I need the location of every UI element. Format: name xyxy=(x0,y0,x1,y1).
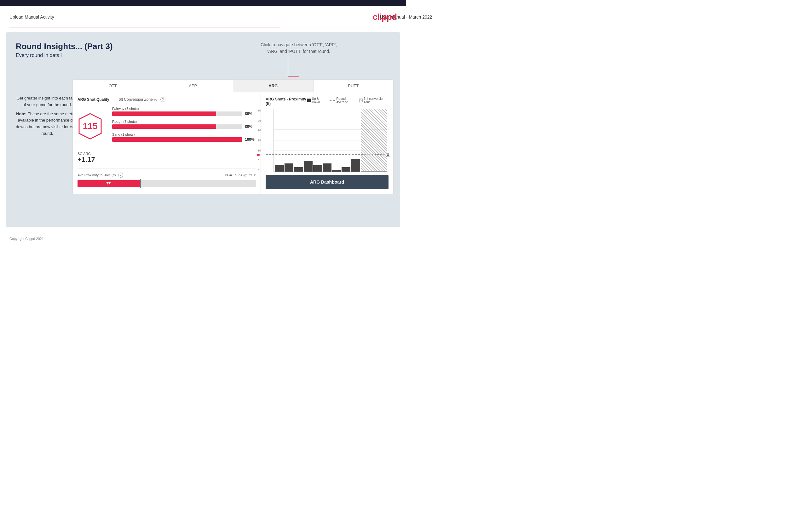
hex-container: 115 Fairway (5 shots) 80% xyxy=(78,107,256,146)
bar-4 xyxy=(304,161,313,172)
bar-1 xyxy=(275,165,284,172)
proximity-bar: 77' xyxy=(78,180,256,187)
hexagon: 115 xyxy=(78,112,103,140)
bar-group-4 xyxy=(304,109,313,172)
help-icon[interactable]: ? xyxy=(160,97,165,102)
bar-7 xyxy=(332,170,341,172)
bar-group-5 xyxy=(313,109,322,172)
shot-label-sand: Sand (1 shots) xyxy=(112,132,256,136)
shot-row-rough: Rough (5 shots) 80% xyxy=(112,120,256,129)
footer: Copyright Clippd 2021 xyxy=(0,232,406,245)
dashed-dot xyxy=(257,154,260,156)
legend-conversion: 6 ft conversion zone xyxy=(359,97,389,104)
header-divider xyxy=(9,27,397,27)
sidebar-text: Get greater insight into each facet of y… xyxy=(16,95,79,137)
bar-group-1 xyxy=(275,109,284,172)
legend-label-round-avg: Round Average xyxy=(336,97,355,104)
sg-value: +1.17 xyxy=(78,156,256,164)
user-manual-date: User Manual - March 2022 xyxy=(380,14,406,19)
nav-hint: Click to navigate between 'OTT', 'APP', … xyxy=(261,42,337,55)
tab-app[interactable]: APP xyxy=(153,80,234,92)
bar-group-8 xyxy=(342,109,350,172)
panel-header: ARG Shot Quality 6ft Conversion Zone % ? xyxy=(78,97,256,102)
shot-row-fairway: Fairway (5 shots) 80% xyxy=(112,107,256,116)
bar-sand xyxy=(112,137,242,142)
top-bar xyxy=(0,0,406,6)
sg-label: SG ARG xyxy=(78,152,256,156)
proximity-cursor xyxy=(140,179,141,188)
bar-group-2 xyxy=(285,109,293,172)
bar-fairway xyxy=(112,111,242,116)
tab-arg[interactable]: ARG xyxy=(233,80,313,92)
legend-label-conversion: 6 ft conversion zone xyxy=(364,97,389,104)
legend-box-solid xyxy=(307,99,311,102)
legend-dashed-line xyxy=(329,100,335,101)
proximity-bar-fill: 77' xyxy=(78,180,140,187)
proximity-value: 77' xyxy=(104,182,114,185)
y-axis: 0 5 10 15 20 25 30 xyxy=(258,109,261,172)
shot-quality: Fairway (5 shots) 80% Rough (5 shots) xyxy=(112,107,256,146)
pct-fairway: 80% xyxy=(245,111,256,116)
bar-8 xyxy=(342,167,350,172)
right-panel: ARG Shots - Proximity (ft) Up & Down Rou… xyxy=(261,92,393,194)
legend-up-down: Up & Down xyxy=(307,97,326,104)
right-panel-header: ARG Shots - Proximity (ft) Up & Down Rou… xyxy=(266,97,389,106)
bar-2 xyxy=(285,163,293,172)
proximity-help-icon[interactable]: ? xyxy=(118,173,123,178)
pct-rough: 80% xyxy=(245,124,256,129)
chart-area: 8 xyxy=(273,109,389,172)
bar-group-9 xyxy=(351,109,360,172)
shot-label-rough: Rough (5 shots) xyxy=(112,120,256,123)
legend-round-avg: Round Average xyxy=(329,97,355,104)
shot-row-sand: Sand (1 shots) 100% xyxy=(112,132,256,142)
avg-proximity: Avg Proximity to Hole (ft) ? ↑ PGA Tour … xyxy=(78,168,256,187)
legend: Up & Down Round Average 6 ft conversion … xyxy=(307,97,389,104)
bar-group-3 xyxy=(294,109,303,172)
pga-avg-label: ↑ PGA Tour Avg: 7'10" xyxy=(222,173,256,177)
proximity-label: Avg Proximity to Hole (ft) ? xyxy=(78,173,123,178)
chart-bars xyxy=(274,109,389,172)
right-panel-title: ARG Shots - Proximity (ft) xyxy=(266,97,307,106)
copyright: Copyright Clippd 2021 xyxy=(9,237,44,240)
main-content: Round Insights... (Part 3) Every round i… xyxy=(6,32,400,227)
bar-5 xyxy=(313,165,322,172)
legend-hatched-box xyxy=(359,99,363,102)
chart-wrapper: 0 5 10 15 20 25 30 xyxy=(266,109,389,172)
hex-value: 115 xyxy=(83,121,98,131)
bar-group-7 xyxy=(332,109,341,172)
legend-label-up-down: Up & Down xyxy=(312,97,326,104)
quality-title: ARG Shot Quality xyxy=(78,97,109,102)
pct-sand: 100% xyxy=(245,137,256,142)
bar-hatched xyxy=(361,109,388,172)
tab-putt[interactable]: PUTT xyxy=(313,80,394,92)
bar-fill-fairway xyxy=(112,111,216,116)
bar-group-10 xyxy=(361,109,388,172)
bar-group-6 xyxy=(323,109,332,172)
header: Upload Manual Activity User Manual - Mar… xyxy=(0,6,406,27)
tab-bar: OTT APP ARG PUTT xyxy=(73,80,393,92)
dashboard-body: ARG Shot Quality 6ft Conversion Zone % ?… xyxy=(73,92,393,194)
conversion-title: 6ft Conversion Zone % xyxy=(119,97,157,102)
shot-label-fairway: Fairway (5 shots) xyxy=(112,107,256,111)
left-panel: ARG Shot Quality 6ft Conversion Zone % ?… xyxy=(73,92,261,194)
bar-6 xyxy=(323,163,332,172)
bar-fill-rough xyxy=(112,124,216,129)
bar-fill-sand xyxy=(112,137,242,142)
tab-ott[interactable]: OTT xyxy=(73,80,153,92)
sg-container: SG ARG +1.17 xyxy=(78,152,256,164)
proximity-header: Avg Proximity to Hole (ft) ? ↑ PGA Tour … xyxy=(78,173,256,178)
upload-manual-label: Upload Manual Activity xyxy=(9,14,54,19)
bar-3 xyxy=(294,167,303,172)
dashboard-card: OTT APP ARG PUTT ARG Shot Quality 6ft Co… xyxy=(72,79,394,194)
bar-rough xyxy=(112,124,242,129)
bar-9 xyxy=(351,159,360,172)
arg-dashboard-button[interactable]: ARG Dashboard xyxy=(266,175,389,189)
